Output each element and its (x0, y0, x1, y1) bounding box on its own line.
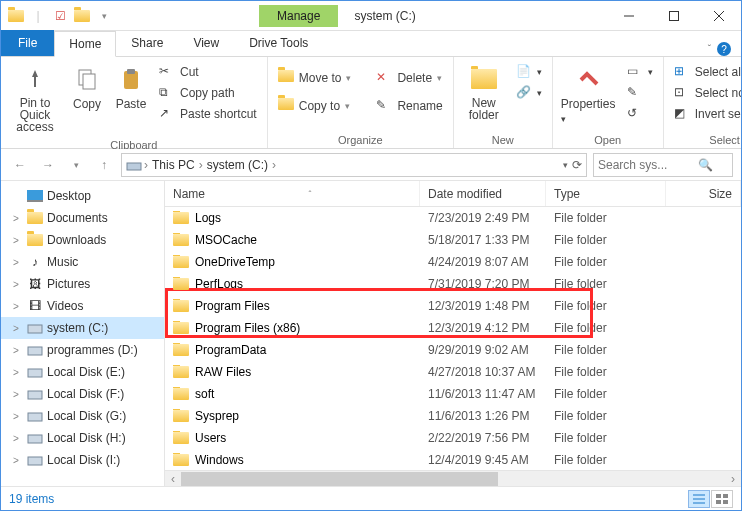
tree-item-label: Local Disk (E:) (47, 365, 125, 379)
navigation-tree[interactable]: Desktop>Documents>Downloads>♪Music>🖼Pict… (1, 181, 165, 486)
help-icon[interactable]: ? (717, 42, 731, 56)
expand-icon[interactable]: > (13, 257, 23, 268)
table-row[interactable]: Windows12/4/2019 9:45 AMFile folder (165, 449, 741, 470)
tree-item[interactable]: >Local Disk (F:) (1, 383, 164, 405)
expand-icon[interactable]: > (13, 345, 23, 356)
table-row[interactable]: Program Files12/3/2019 1:48 PMFile folde… (165, 295, 741, 317)
tree-item[interactable]: >Local Disk (G:) (1, 405, 164, 427)
tab-share[interactable]: Share (116, 30, 178, 56)
select-none-button[interactable]: ⊡Select none (670, 84, 742, 102)
recent-locations-button[interactable]: ▾ (65, 154, 87, 176)
thumbnails-view-button[interactable] (711, 490, 733, 508)
back-button[interactable]: ← (9, 154, 31, 176)
paste-shortcut-button[interactable]: ↗Paste shortcut (155, 105, 261, 123)
chevron-right-icon[interactable]: › (272, 158, 276, 172)
tree-item[interactable]: >🎞Videos (1, 295, 164, 317)
cut-button[interactable]: ✂Cut (155, 63, 261, 81)
tab-file[interactable]: File (1, 30, 54, 56)
column-type[interactable]: Type (546, 181, 666, 206)
new-folder-button[interactable]: New folder (460, 59, 508, 125)
table-row[interactable]: ProgramData9/29/2019 9:02 AMFile folder (165, 339, 741, 361)
history-dropdown-icon[interactable]: ▾ (563, 160, 568, 170)
expand-icon[interactable]: > (13, 367, 23, 378)
copy-path-button[interactable]: ⧉Copy path (155, 84, 261, 102)
tree-item[interactable]: >🖼Pictures (1, 273, 164, 295)
select-all-button[interactable]: ⊞Select all (670, 63, 742, 81)
copy-button[interactable]: Copy (67, 59, 107, 115)
details-view-button[interactable] (688, 490, 710, 508)
edit-button[interactable]: ✎ (623, 84, 657, 102)
pin-to-quick-access-button[interactable]: Pin to Quick access (7, 59, 63, 137)
history-button[interactable]: ↺ (623, 105, 657, 123)
horizontal-scrollbar[interactable]: ‹ › (165, 470, 741, 486)
column-name[interactable]: Nameˆ (165, 181, 420, 206)
drive-icon (27, 342, 43, 358)
expand-icon[interactable]: > (13, 411, 23, 422)
breadcrumb-item[interactable]: system (C:) (205, 158, 270, 172)
scrollbar-thumb[interactable] (181, 472, 498, 486)
expand-icon[interactable]: > (13, 301, 23, 312)
scroll-right-icon[interactable]: › (725, 472, 741, 486)
expand-icon[interactable]: > (13, 433, 23, 444)
checkbox-icon[interactable]: ☑ (51, 7, 69, 25)
address-bar[interactable]: › This PC › system (C:) › ▾ ⟳ (121, 153, 587, 177)
tree-item[interactable]: >Local Disk (H:) (1, 427, 164, 449)
qat-overflow-icon[interactable]: ▾ (95, 7, 113, 25)
scroll-left-icon[interactable]: ‹ (165, 472, 181, 486)
close-button[interactable] (696, 1, 741, 31)
table-row[interactable]: MSOCache5/18/2017 1:33 PMFile folder (165, 229, 741, 251)
tree-item[interactable]: >system (C:) (1, 317, 164, 339)
tree-item[interactable]: >♪Music (1, 251, 164, 273)
delete-button[interactable]: ✕Delete▾ (372, 69, 446, 87)
chevron-right-icon[interactable]: › (144, 158, 148, 172)
minimize-button[interactable] (606, 1, 651, 31)
table-row[interactable]: soft11/6/2013 11:47 AMFile folder (165, 383, 741, 405)
up-button[interactable]: ↑ (93, 154, 115, 176)
chevron-right-icon[interactable]: › (199, 158, 203, 172)
tree-item[interactable]: >Downloads (1, 229, 164, 251)
new-item-button[interactable]: 📄▾ (512, 63, 546, 81)
forward-button[interactable]: → (37, 154, 59, 176)
expand-icon[interactable]: > (13, 279, 23, 290)
table-row[interactable]: OneDriveTemp4/24/2019 8:07 AMFile folder (165, 251, 741, 273)
properties-button[interactable]: Properties ▾ (559, 59, 619, 129)
easy-access-button[interactable]: 🔗▾ (512, 84, 546, 102)
maximize-button[interactable] (651, 1, 696, 31)
move-to-button[interactable]: Move to▾ (274, 69, 356, 87)
file-list[interactable]: Logs7/23/2019 2:49 PMFile folderMSOCache… (165, 207, 741, 470)
tab-home[interactable]: Home (54, 31, 116, 57)
table-row[interactable]: RAW Files4/27/2018 10:37 AMFile folder (165, 361, 741, 383)
table-row[interactable]: Program Files (x86)12/3/2019 4:12 PMFile… (165, 317, 741, 339)
invert-selection-button[interactable]: ◩Invert selection (670, 105, 742, 123)
folder-small-icon[interactable] (73, 7, 91, 25)
tree-item[interactable]: >Local Disk (I:) (1, 449, 164, 471)
expand-icon[interactable]: > (13, 235, 23, 246)
expand-icon[interactable]: > (13, 213, 23, 224)
table-row[interactable]: Sysprep11/6/2013 1:26 PMFile folder (165, 405, 741, 427)
folder-icon (173, 344, 189, 356)
tree-item[interactable]: Desktop (1, 185, 164, 207)
expand-icon[interactable]: > (13, 455, 23, 466)
tab-view[interactable]: View (178, 30, 234, 56)
column-date[interactable]: Date modified (420, 181, 546, 206)
ribbon-expand-icon[interactable]: ˇ (708, 44, 711, 55)
refresh-icon[interactable]: ⟳ (572, 158, 582, 172)
expand-icon[interactable]: > (13, 323, 23, 334)
column-size[interactable]: Size (666, 181, 741, 206)
breadcrumb-item[interactable]: This PC (150, 158, 197, 172)
copy-to-button[interactable]: Copy to▾ (274, 97, 356, 115)
rename-button[interactable]: ✎Rename (372, 97, 446, 115)
paste-button[interactable]: Paste (111, 59, 151, 115)
expand-icon[interactable]: > (13, 389, 23, 400)
table-row[interactable]: Logs7/23/2019 2:49 PMFile folder (165, 207, 741, 229)
search-input[interactable] (598, 158, 698, 172)
tree-item[interactable]: >Local Disk (E:) (1, 361, 164, 383)
tab-drive-tools[interactable]: Drive Tools (234, 30, 323, 56)
tree-item[interactable]: >Documents (1, 207, 164, 229)
content-pane: Nameˆ Date modified Type Size Logs7/23/2… (165, 181, 741, 486)
search-box[interactable]: 🔍 (593, 153, 733, 177)
tree-item[interactable]: >programmes (D:) (1, 339, 164, 361)
table-row[interactable]: Users2/22/2019 7:56 PMFile folder (165, 427, 741, 449)
table-row[interactable]: PerfLogs7/31/2019 7:20 PMFile folder (165, 273, 741, 295)
open-button[interactable]: ▭▾ (623, 63, 657, 81)
